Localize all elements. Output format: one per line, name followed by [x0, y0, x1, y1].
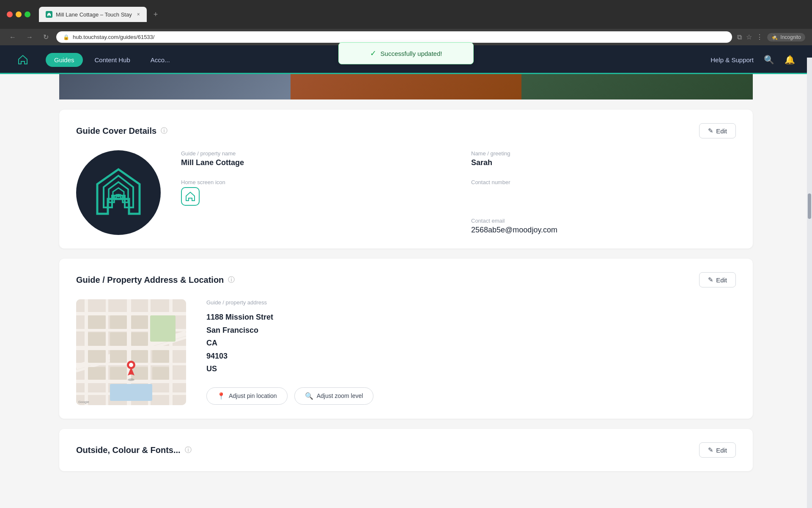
adjust-pin-label: Adjust pin location	[229, 392, 277, 399]
hero-strip	[59, 74, 753, 99]
toast-check-icon: ✓	[370, 49, 376, 58]
header-actions: Help & Support 🔍 🔔	[710, 55, 795, 65]
contact-email-group: Contact email 2568ab5e@moodjoy.com	[471, 218, 736, 235]
svg-rect-14	[110, 315, 127, 329]
bottom-title-row: Outside, Colour & Fonts... ⓘ	[76, 445, 192, 455]
close-window-btn[interactable]	[7, 11, 13, 17]
contact-number-label: Contact number	[471, 179, 736, 185]
greeting-value: Sarah	[471, 158, 736, 167]
address-title-row: Guide / Property Address & Location ⓘ	[76, 275, 235, 285]
guide-logo-circle	[76, 150, 161, 235]
scrollbar-thumb[interactable]	[808, 193, 811, 219]
tab-bar: Mill Lane Cottage – Touch Stay × +	[39, 7, 805, 22]
section-title-row: Guide Cover Details ⓘ	[76, 126, 167, 136]
forward-btn[interactable]: →	[24, 32, 36, 43]
back-btn[interactable]: ←	[7, 32, 19, 43]
address-section: Guide / Property Address & Location ⓘ ✎ …	[59, 259, 753, 419]
home-screen-icon-group: Home screen icon	[181, 179, 446, 206]
guide-cover-title: Guide Cover Details	[76, 126, 156, 136]
property-name-group: Guide / property name Mill Lane Cottage	[181, 150, 446, 167]
edit-pencil-icon: ✎	[708, 127, 713, 135]
svg-rect-27	[150, 315, 176, 342]
hero-img-3	[521, 74, 753, 99]
more-btn[interactable]: ⋮	[756, 33, 763, 41]
svg-rect-28	[110, 384, 152, 401]
svg-rect-22	[152, 350, 169, 363]
home-nav-btn[interactable]	[17, 54, 29, 66]
svg-text:Google: Google	[78, 400, 89, 404]
star-btn[interactable]: ☆	[746, 33, 752, 41]
adjust-zoom-label: Adjust zoom level	[317, 392, 363, 399]
address-section-title: Guide / Property Address & Location	[76, 275, 224, 285]
home-screen-icon-label: Home screen icon	[181, 179, 446, 185]
success-toast: ✓ Successfully updated!	[338, 42, 474, 64]
guide-cover-header: Guide Cover Details ⓘ ✎ Edit	[76, 123, 736, 138]
tab-close-btn[interactable]: ×	[137, 11, 140, 17]
contact-number-value	[471, 187, 736, 196]
address-edit-label: Edit	[716, 276, 727, 284]
address-details: Guide / property address 1188 Mission St…	[206, 299, 736, 405]
guide-cover-edit-btn[interactable]: ✎ Edit	[699, 123, 736, 138]
svg-rect-18	[131, 332, 148, 346]
maximize-window-btn[interactable]	[25, 11, 30, 17]
window-controls	[7, 11, 30, 17]
nav-item-acco[interactable]: Acco...	[142, 53, 178, 67]
map-svg: Google	[76, 299, 186, 405]
contact-email-label: Contact email	[471, 218, 736, 224]
hero-img-2	[291, 74, 522, 99]
search-btn[interactable]: 🔍	[764, 55, 774, 65]
address-lines: 1188 Mission Stret San Francisco CA 9410…	[206, 311, 736, 375]
main-content: Guide Cover Details ⓘ ✎ Edit	[0, 74, 812, 471]
svg-point-31	[129, 363, 133, 367]
hero-img-1	[59, 74, 291, 99]
refresh-btn[interactable]: ↻	[41, 31, 51, 43]
help-support-link[interactable]: Help & Support	[710, 56, 754, 64]
guide-cover-help-icon[interactable]: ⓘ	[161, 127, 167, 135]
address-help-icon[interactable]: ⓘ	[228, 276, 235, 284]
svg-rect-9	[106, 299, 108, 405]
svg-rect-19	[88, 350, 106, 363]
map-container[interactable]: Google	[76, 299, 186, 405]
tab-title: Mill Lane Cottage – Touch Stay	[56, 11, 132, 18]
bottom-edit-pencil-icon: ✎	[708, 446, 713, 454]
toast-message: Successfully updated!	[381, 50, 442, 57]
bottom-section-title: Outside, Colour & Fonts...	[76, 445, 181, 455]
address-layout: Google Guide / property address 1188 Mis…	[76, 299, 736, 405]
svg-rect-13	[88, 315, 106, 329]
svg-rect-26	[152, 367, 169, 380]
zoom-icon: 🔍	[305, 392, 313, 400]
tab-favicon	[46, 11, 52, 18]
pin-icon: 📍	[217, 392, 225, 400]
scrollbar[interactable]	[807, 58, 812, 508]
bottom-section-hint: Outside, Colour & Fonts... ⓘ ✎ Edit	[59, 429, 753, 471]
browser-tab[interactable]: Mill Lane Cottage – Touch Stay ×	[39, 7, 147, 22]
nav-item-content-hub[interactable]: Content Hub	[86, 53, 139, 67]
notifications-btn[interactable]: 🔔	[785, 55, 795, 65]
bottom-edit-btn[interactable]: ✎ Edit	[699, 442, 736, 458]
contact-email-value: 2568ab5e@moodjoy.com	[471, 226, 736, 235]
minimize-window-btn[interactable]	[16, 11, 22, 17]
greeting-group: Name / greeting Sarah	[471, 150, 736, 167]
contact-number-group: Contact number	[471, 179, 736, 206]
extension-btn[interactable]: ⧉	[737, 33, 742, 41]
incognito-badge: 🕵 Incognito	[767, 33, 805, 41]
incognito-icon: 🕵	[771, 34, 778, 40]
guide-cover-layout: Guide / property name Mill Lane Cottage …	[76, 150, 736, 235]
greeting-label: Name / greeting	[471, 150, 736, 157]
address-edit-btn[interactable]: ✎ Edit	[699, 272, 736, 287]
browser-titlebar: Mill Lane Cottage – Touch Stay × +	[0, 0, 812, 29]
lock-icon: 🔒	[63, 34, 69, 40]
svg-point-0	[117, 194, 120, 197]
adjust-pin-btn[interactable]: 📍 Adjust pin location	[206, 387, 288, 405]
url-text: hub.touchstay.com/guides/61533/	[73, 34, 154, 40]
bottom-help-icon[interactable]: ⓘ	[185, 446, 192, 455]
new-tab-btn[interactable]: +	[150, 8, 162, 21]
adjust-zoom-btn[interactable]: 🔍 Adjust zoom level	[294, 387, 374, 405]
address-line-4: 94103	[206, 350, 736, 363]
address-section-header: Guide / Property Address & Location ⓘ ✎ …	[76, 272, 736, 287]
address-bar[interactable]: 🔒 hub.touchstay.com/guides/61533/	[56, 31, 732, 43]
nav-item-guides[interactable]: Guides	[46, 53, 83, 67]
svg-rect-12	[169, 299, 173, 405]
svg-rect-16	[88, 332, 106, 346]
svg-rect-23	[88, 367, 106, 380]
